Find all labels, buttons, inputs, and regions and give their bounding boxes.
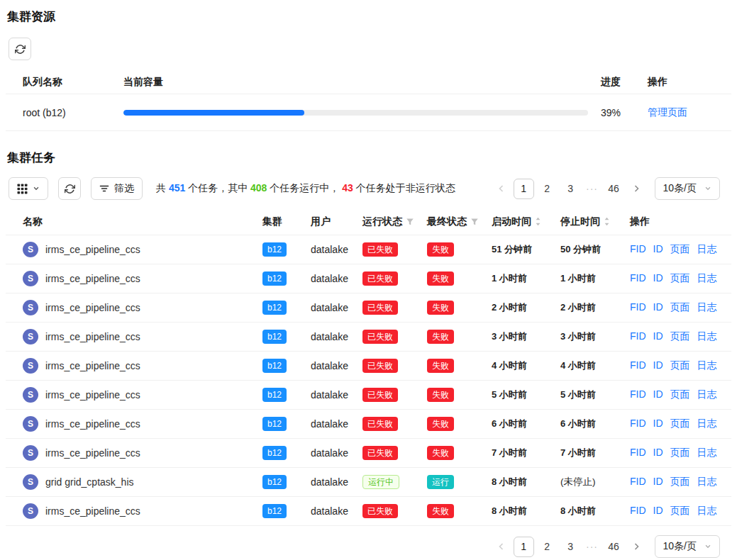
tasks-refresh-button[interactable] — [58, 177, 81, 200]
op-link-id[interactable]: ID — [653, 359, 663, 372]
task-avatar: S — [23, 329, 38, 345]
start-time: 2 小时前 — [492, 301, 560, 314]
pagination-next-button[interactable] — [627, 179, 645, 198]
op-link-id[interactable]: ID — [653, 505, 663, 517]
filter-funnel-icon[interactable] — [406, 218, 414, 226]
cluster-tasks-table: 名称 集群 用户 运行状态 最终状态 启动时间 停止时间 操作 S — [6, 208, 731, 526]
op-link-fid[interactable]: FID — [630, 447, 646, 459]
pagination-page-3[interactable]: 3 — [560, 179, 581, 199]
op-link-fid[interactable]: FID — [630, 301, 646, 314]
running-task-count: 408 — [250, 182, 267, 194]
task-name-cell: S irms_ce_pipeline_ccs — [23, 358, 262, 374]
cluster-badge: b12 — [262, 301, 287, 315]
summary-text-1: 共 — [156, 182, 169, 194]
sorter-icon[interactable] — [604, 217, 610, 226]
cluster-resources-table: 队列名称 当前容量 进度 操作 root (b12) 39% 管理页面 — [6, 70, 731, 131]
task-name: irms_ce_pipeline_ccs — [45, 244, 140, 255]
op-link-日志[interactable]: 日志 — [697, 359, 717, 372]
op-link-fid[interactable]: FID — [630, 476, 646, 488]
op-link-fid[interactable]: FID — [630, 505, 646, 517]
sorter-icon[interactable] — [535, 217, 541, 226]
op-link-id[interactable]: ID — [653, 243, 663, 256]
page-size-select[interactable]: 10条/页 — [655, 535, 720, 558]
op-link-页面[interactable]: 页面 — [670, 330, 690, 343]
pagination-page-1[interactable]: 1 — [514, 179, 534, 199]
op-link-页面[interactable]: 页面 — [670, 418, 690, 430]
chevron-right-icon — [632, 184, 641, 193]
op-link-id[interactable]: ID — [653, 447, 663, 459]
op-link-页面[interactable]: 页面 — [670, 359, 690, 372]
pagination-next-button[interactable] — [627, 537, 645, 556]
op-link-日志[interactable]: 日志 — [697, 447, 717, 459]
pagination-page-1[interactable]: 1 — [514, 537, 534, 557]
stop-time: 4 小时前 — [560, 359, 630, 372]
filter-funnel-icon[interactable] — [470, 218, 479, 226]
op-link-日志[interactable]: 日志 — [697, 418, 717, 430]
op-link-fid[interactable]: FID — [630, 388, 646, 401]
pagination-page-46[interactable]: 46 — [604, 537, 624, 557]
op-link-id[interactable]: ID — [653, 388, 663, 401]
op-link-页面[interactable]: 页面 — [670, 301, 690, 314]
op-link-日志[interactable]: 日志 — [697, 330, 717, 343]
pagination-page-3[interactable]: 3 — [560, 537, 581, 557]
col-final-status: 最终状态 — [427, 215, 492, 228]
col-progress: 进度 — [601, 76, 635, 89]
total-task-count: 451 — [169, 182, 185, 194]
task-avatar: S — [23, 416, 38, 432]
stop-time: 50 分钟前 — [560, 243, 630, 256]
op-link-id[interactable]: ID — [653, 418, 663, 430]
resources-refresh-button[interactable] — [9, 38, 31, 60]
task-name: irms_ce_pipeline_ccs — [45, 447, 140, 459]
op-link-页面[interactable]: 页面 — [670, 388, 690, 401]
page-size-select[interactable]: 10条/页 — [655, 177, 720, 200]
final-status-badge: 失败 — [427, 417, 454, 431]
op-link-页面[interactable]: 页面 — [670, 476, 690, 488]
op-link-日志[interactable]: 日志 — [697, 476, 717, 488]
summary-text-4: 个任务处于非运行状态 — [353, 182, 455, 194]
task-avatar: S — [23, 271, 38, 286]
op-link-fid[interactable]: FID — [630, 359, 646, 372]
op-link-页面[interactable]: 页面 — [670, 272, 690, 285]
op-link-id[interactable]: ID — [653, 272, 663, 285]
task-name: grid grid_cptask_his — [45, 476, 134, 488]
stop-time: 1 小时前 — [560, 272, 630, 285]
resources-table-header: 队列名称 当前容量 进度 操作 — [6, 70, 731, 94]
density-button[interactable] — [9, 177, 48, 200]
op-link-fid[interactable]: FID — [630, 272, 646, 285]
task-avatar: S — [23, 300, 38, 315]
capacity-progress-bar — [123, 110, 588, 116]
stopped-task-count: 43 — [342, 182, 353, 194]
task-user: datalake — [311, 418, 362, 430]
op-link-fid[interactable]: FID — [630, 243, 646, 256]
op-link-fid[interactable]: FID — [630, 330, 646, 343]
op-link-页面[interactable]: 页面 — [670, 505, 690, 517]
task-name-cell: S irms_ce_pipeline_ccs — [23, 387, 262, 403]
pagination-page-2[interactable]: 2 — [537, 537, 558, 557]
col-cluster: 集群 — [262, 215, 311, 228]
op-link-日志[interactable]: 日志 — [697, 243, 717, 256]
op-link-日志[interactable]: 日志 — [697, 505, 717, 517]
filter-button[interactable]: 筛选 — [91, 177, 143, 200]
chevron-down-icon — [704, 185, 711, 192]
task-ops: FIDID页面日志 — [630, 359, 717, 372]
manage-page-link[interactable]: 管理页面 — [648, 106, 687, 118]
op-link-日志[interactable]: 日志 — [697, 388, 717, 401]
summary-text-2: 个任务，其中 — [185, 182, 250, 194]
op-link-id[interactable]: ID — [653, 476, 663, 488]
pagination-prev-button[interactable] — [492, 537, 511, 556]
op-link-日志[interactable]: 日志 — [697, 301, 717, 314]
pagination-page-2[interactable]: 2 — [537, 179, 558, 199]
pagination-page-46[interactable]: 46 — [604, 179, 624, 199]
op-link-fid[interactable]: FID — [630, 418, 646, 430]
op-link-日志[interactable]: 日志 — [697, 272, 717, 285]
task-name-cell: S grid grid_cptask_his — [23, 474, 262, 490]
op-link-id[interactable]: ID — [653, 301, 663, 314]
pagination-ellipsis: ··· — [584, 541, 601, 552]
pagination-prev-button[interactable] — [492, 179, 511, 198]
cluster-badge: b12 — [262, 330, 287, 344]
op-link-id[interactable]: ID — [653, 330, 663, 343]
task-row: S irms_ce_pipeline_ccs b12 datalake 已失败 … — [6, 410, 731, 439]
pagination-bottom: 123···4610条/页 — [492, 535, 720, 558]
op-link-页面[interactable]: 页面 — [670, 447, 690, 459]
op-link-页面[interactable]: 页面 — [670, 243, 690, 256]
